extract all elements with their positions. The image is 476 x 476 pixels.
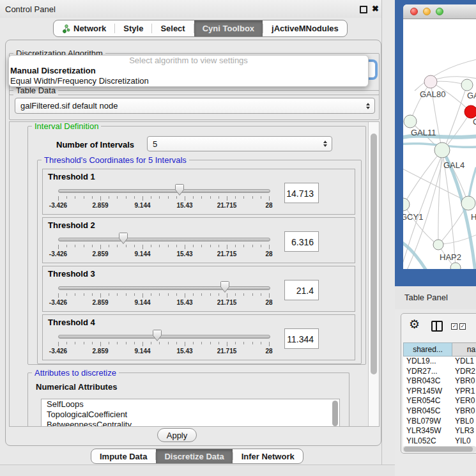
- network-node-gal80[interactable]: [424, 75, 437, 88]
- tab-select[interactable]: Select: [152, 20, 193, 36]
- threshold-slider[interactable]: -3.4262.8599.14415.4321.71528: [43, 315, 279, 361]
- network-window-titlebar[interactable]: [403, 4, 476, 19]
- numerical-attributes-list[interactable]: SelfLoopsTopologicalCoefficientBetweenne…: [41, 399, 340, 427]
- slider-track[interactable]: [58, 189, 270, 193]
- cell-name[interactable]: YBR0: [452, 376, 475, 387]
- minimize-traffic-light-icon[interactable]: [423, 8, 431, 15]
- network-node[interactable]: [450, 263, 461, 269]
- network-node-gal11[interactable]: [404, 115, 417, 128]
- tab-label: Infer Network: [242, 452, 295, 461]
- slider-ticks: [43, 342, 279, 347]
- vertical-scrollbar[interactable]: [368, 122, 379, 426]
- dropdown-option-manual-discretization[interactable]: Manual Discretization: [9, 66, 368, 76]
- slider-track[interactable]: [58, 286, 270, 290]
- column-header-name[interactable]: na: [452, 342, 476, 357]
- attribute-item-topologicalcoefficient[interactable]: TopologicalCoefficient: [42, 410, 339, 420]
- cell-shared-name[interactable]: YIL052C: [403, 436, 452, 447]
- tab-discretize-data[interactable]: Discretize Data: [156, 449, 232, 463]
- cell-name[interactable]: YBL0: [452, 417, 473, 427]
- cell-shared-name[interactable]: YER054C: [403, 396, 452, 406]
- checkbox-icon[interactable]: ✓: [451, 323, 457, 330]
- control-panel-tabbar: NetworkStyleSelectCyni ToolboxjActiveMNo…: [53, 20, 348, 37]
- float-window-icon[interactable]: [360, 6, 367, 13]
- threshold-value-field[interactable]: 14.713: [284, 183, 319, 203]
- tick-label: 28: [255, 299, 283, 306]
- column-header-shared-name[interactable]: shared...: [403, 342, 452, 357]
- cell-name[interactable]: YIL0: [452, 436, 471, 447]
- tab-label: Select: [160, 24, 185, 33]
- attribute-item-betweennesscentrality[interactable]: BetweennessCentrality: [42, 420, 339, 427]
- slider-thumb-icon[interactable]: [174, 183, 185, 196]
- cell-name[interactable]: YDL1: [452, 357, 474, 367]
- cell-shared-name[interactable]: YBL079W: [403, 417, 452, 427]
- close-traffic-light-icon[interactable]: [410, 8, 418, 15]
- network-canvas[interactable]: GAL80GACGAL11GAL4GCY1HHAP2: [403, 19, 476, 269]
- table-row[interactable]: YER054CYER0: [403, 396, 476, 406]
- tab-style[interactable]: Style: [115, 20, 151, 36]
- table-data-combobox[interactable]: galFiltered.sif default node: [15, 98, 375, 114]
- cell-shared-name[interactable]: YBR045C: [403, 406, 452, 417]
- attributes-group: Attributes to discretize Numerical Attri…: [27, 372, 349, 427]
- cell-name[interactable]: YPR1: [452, 387, 475, 397]
- tab-network[interactable]: Network: [54, 20, 114, 36]
- table-row[interactable]: YDL19...YDL1: [403, 357, 476, 367]
- slider-track[interactable]: [58, 238, 270, 242]
- close-icon[interactable]: ✖: [372, 4, 379, 13]
- dropdown-option-equal-width-frequency-discretization[interactable]: Equal Width/Frequency Discretization: [9, 76, 368, 86]
- table-rows: YDL19...YDL1YDR27...YDR2YBR043CYBR0YPR14…: [403, 357, 476, 447]
- zoom-traffic-light-icon[interactable]: [436, 8, 443, 15]
- horizontal-scrollbar[interactable]: [403, 446, 476, 452]
- slider-thumb-icon[interactable]: [118, 232, 128, 245]
- slider-thumb-icon[interactable]: [152, 329, 162, 342]
- cell-shared-name[interactable]: YPR145W: [403, 387, 452, 397]
- number-of-intervals-combobox[interactable]: 5: [147, 136, 332, 151]
- slider-thumb-icon[interactable]: [220, 280, 230, 293]
- cell-shared-name[interactable]: YDR27...: [403, 367, 452, 377]
- node-label-gal11: GAL11: [411, 128, 436, 137]
- column-layout-icon[interactable]: [431, 321, 443, 332]
- apply-button[interactable]: Apply: [157, 428, 197, 442]
- list-scrollbar[interactable]: [332, 401, 338, 426]
- cell-name[interactable]: YDR2: [452, 367, 475, 377]
- gear-icon[interactable]: ⚙: [409, 318, 420, 330]
- table-row[interactable]: YBR045CYBR0: [403, 406, 476, 417]
- vertical-scrollbar-thumb[interactable]: [371, 134, 377, 374]
- table-row[interactable]: YBR043CYBR0: [403, 376, 476, 387]
- horizontal-scrollbar-thumb[interactable]: [404, 447, 473, 452]
- cell-name[interactable]: YBR0: [452, 406, 475, 417]
- table-row[interactable]: YBL079WYBL0: [403, 417, 476, 427]
- cell-name[interactable]: YER0: [452, 396, 475, 406]
- cell-shared-name[interactable]: YBR043C: [403, 376, 452, 387]
- tick-label: 15.43: [171, 202, 199, 209]
- tab-infer-network[interactable]: Infer Network: [233, 449, 303, 463]
- network-node-gcy1[interactable]: [403, 198, 410, 211]
- cell-shared-name[interactable]: YDL19...: [403, 357, 452, 367]
- threshold-value-field[interactable]: 11.344: [284, 328, 319, 349]
- tab-jactivemnodules[interactable]: jActiveMNodules: [263, 20, 347, 36]
- threshold-value-field[interactable]: 21.4: [284, 280, 319, 300]
- tick-label: 21.715: [213, 202, 241, 209]
- table-row[interactable]: YDR27...YDR2: [403, 367, 476, 377]
- threshold-slider[interactable]: -3.4262.8599.14415.4321.71528: [43, 266, 279, 312]
- network-node-hap2[interactable]: [433, 240, 443, 250]
- table-row[interactable]: YLR345WYLR3: [403, 426, 476, 436]
- threshold-slider[interactable]: -3.4262.8599.14415.4321.71528: [43, 218, 279, 264]
- table-row[interactable]: YIL052CYIL0: [403, 436, 476, 447]
- threshold-panel-1: Threshold 1 -3.4262.8599.14415.4321.7152…: [42, 169, 355, 215]
- network-node-ga[interactable]: [461, 79, 473, 91]
- network-node-gal4[interactable]: [434, 142, 450, 158]
- network-node-h[interactable]: [461, 196, 475, 210]
- panel-divider[interactable]: [381, 0, 382, 476]
- network-node-c[interactable]: [464, 105, 476, 118]
- cell-shared-name[interactable]: YLR345W: [403, 426, 452, 436]
- slider-track[interactable]: [58, 335, 270, 339]
- cell-name[interactable]: YLR3: [452, 426, 474, 436]
- threshold-slider[interactable]: -3.4262.8599.14415.4321.71528: [43, 169, 279, 215]
- table-row[interactable]: YPR145WYPR1: [403, 387, 476, 397]
- tab-impute-data[interactable]: Impute Data: [91, 449, 155, 463]
- checkbox-icon[interactable]: ✓: [459, 323, 466, 330]
- dropdown-placeholder: Select algorithm to view settings: [9, 56, 368, 66]
- threshold-value-field[interactable]: 6.316: [284, 231, 319, 252]
- tab-cyni-toolbox[interactable]: Cyni Toolbox: [194, 20, 263, 36]
- attribute-item-selfloops[interactable]: SelfLoops: [42, 399, 339, 410]
